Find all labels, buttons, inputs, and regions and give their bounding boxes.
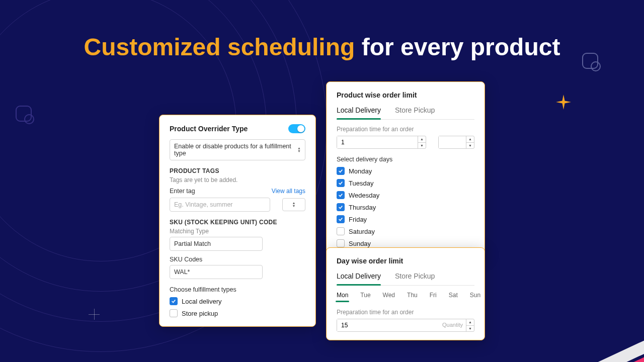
product-overrider-card: Product Overrider Type Enable or disable… (159, 115, 316, 327)
quantity-input[interactable]: Quantity ▲▼ (337, 319, 474, 332)
day-tab[interactable]: Thu (407, 292, 418, 302)
card-title: Day wise order limit (337, 257, 474, 265)
day-tab[interactable]: Wed (383, 292, 395, 302)
local-delivery-label: Local delivery (182, 298, 222, 305)
sku-heading: SKU (STOCK KEEPING UNIT) CODE (170, 219, 305, 226)
sku-codes-label: SKU Codes (170, 256, 305, 263)
tab-store-pickup[interactable]: Store Pickup (395, 269, 435, 285)
day-row: Tuesday (337, 179, 474, 187)
crosshair-icon (89, 309, 100, 320)
corner-stripes (488, 265, 644, 362)
day-tab[interactable]: Mon (337, 292, 348, 302)
matching-type-input[interactable] (170, 237, 263, 251)
prep-time-label: Preparation time for an order (337, 309, 474, 316)
day-label: Thursday (349, 204, 376, 211)
updown-icon: ▲▼ (297, 147, 301, 153)
updown-icon: ▲▼ (292, 202, 296, 208)
tabs: Local Delivery Store Pickup (337, 103, 474, 120)
matching-type-label: Matching Type (170, 228, 305, 235)
svg-rect-0 (16, 106, 31, 121)
product-order-limit-card: Product wise order limit Local Delivery … (326, 81, 485, 257)
sticker-icon (13, 103, 37, 127)
card-title: Product Overrider Type (170, 125, 248, 133)
card-title: Product wise order limit (337, 91, 474, 99)
day-tabs: MonTueWedThuFriSatSun (337, 292, 474, 302)
fulfillment-label: Choose fulfillment types (170, 286, 305, 293)
tag-select[interactable]: ▲▼ (282, 198, 305, 211)
day-label: Friday (349, 216, 367, 223)
select-days-label: Select delivery days (337, 156, 474, 163)
hero-rest: for every product (355, 34, 560, 60)
day-tab[interactable]: Sat (449, 292, 458, 302)
prep-time-label: Preparation time for an order (337, 126, 474, 133)
select-value: Enable or disable products for a fulfill… (174, 143, 297, 157)
view-all-tags-link[interactable]: View all tags (272, 188, 305, 195)
prep-time-value[interactable] (337, 136, 418, 148)
quantity-suffix: Quantity (442, 322, 463, 328)
tabs: Local Delivery Store Pickup (337, 269, 474, 286)
day-checkbox[interactable] (337, 203, 345, 211)
day-row: Monday (337, 167, 474, 175)
overrider-type-select[interactable]: Enable or disable products for a fulfill… (170, 139, 305, 160)
tab-store-pickup[interactable]: Store Pickup (395, 103, 435, 119)
stepper-icon[interactable]: ▲▼ (418, 136, 426, 148)
store-pickup-label: Store pickup (182, 310, 218, 317)
svg-point-3 (591, 62, 600, 71)
tab-local-delivery[interactable]: Local Delivery (337, 103, 381, 119)
day-checkbox[interactable] (337, 191, 345, 199)
day-tab[interactable]: Sun (470, 292, 480, 302)
enter-tag-label: Enter tag (170, 188, 195, 195)
stepper-icon[interactable]: ▲▼ (466, 319, 474, 331)
day-checkbox[interactable] (337, 239, 345, 247)
day-row: Saturday (337, 227, 474, 235)
local-delivery-checkbox[interactable] (170, 297, 178, 305)
sku-codes-input[interactable] (170, 265, 263, 279)
svg-point-1 (25, 115, 34, 124)
hero-heading: Customized scheduling for every product (0, 33, 644, 61)
day-label: Saturday (349, 228, 375, 235)
spark-icon (556, 95, 571, 110)
prep-time-unit-select[interactable]: ▲▼ (438, 136, 474, 149)
store-pickup-checkbox[interactable] (170, 309, 178, 317)
tags-note: Tags are yet to be added. (170, 176, 305, 184)
day-checkbox[interactable] (337, 167, 345, 175)
day-label: Tuesday (349, 179, 373, 187)
day-tab[interactable]: Fri (430, 292, 437, 302)
days-list: MondayTuesdayWedesdayThursdayFridaySatur… (337, 167, 474, 247)
day-row: Friday (337, 215, 474, 223)
day-checkbox[interactable] (337, 179, 345, 187)
day-order-limit-card: Day wise order limit Local Delivery Stor… (326, 247, 485, 340)
prep-time-input[interactable]: ▲▼ (337, 136, 426, 149)
enable-toggle[interactable] (288, 124, 305, 133)
hero-accent: Customized scheduling (84, 34, 355, 60)
day-checkbox[interactable] (337, 215, 345, 223)
day-checkbox[interactable] (337, 227, 345, 235)
day-label: Sunday (349, 240, 371, 247)
day-row: Sunday (337, 239, 474, 247)
tab-local-delivery[interactable]: Local Delivery (337, 269, 381, 285)
product-tags-heading: PRODUCT TAGS (170, 167, 305, 174)
day-row: Wedesday (337, 191, 474, 199)
day-tab[interactable]: Tue (360, 292, 370, 302)
prep-time-unit[interactable] (439, 136, 466, 148)
tag-input[interactable] (170, 198, 270, 212)
day-label: Wedesday (349, 192, 379, 199)
stepper-icon[interactable]: ▲▼ (466, 136, 474, 148)
day-row: Thursday (337, 203, 474, 211)
day-label: Monday (349, 167, 372, 175)
